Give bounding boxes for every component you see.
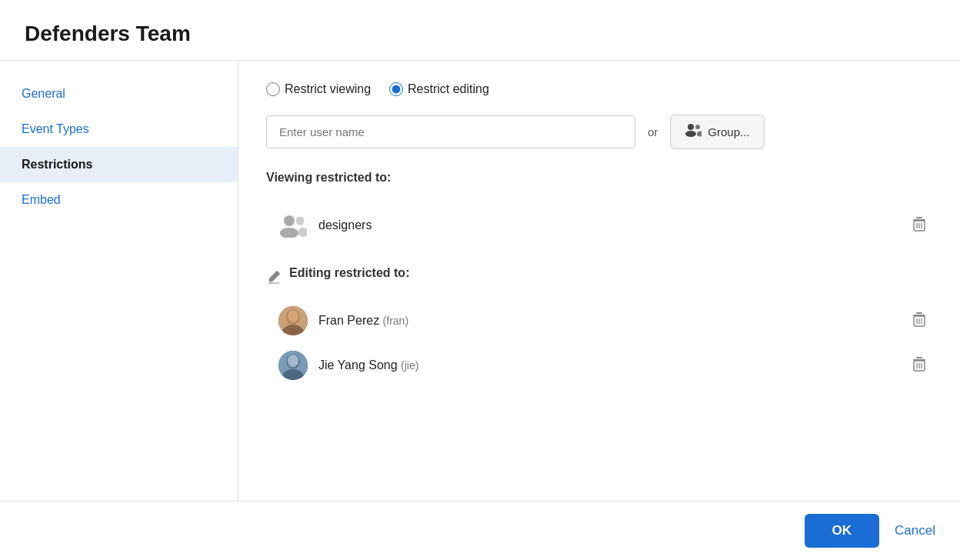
viewing-section-label: Viewing restricted to: — [266, 171, 391, 185]
cancel-button[interactable]: Cancel — [895, 523, 935, 538]
sidebar-item-embed[interactable]: Embed — [0, 182, 238, 218]
input-row: or Group... — [266, 115, 932, 149]
dialog-title: Defenders Team — [25, 22, 935, 46]
restrict-viewing-radio[interactable] — [266, 82, 280, 96]
svg-point-4 — [284, 215, 295, 226]
avatar-jie — [278, 351, 308, 380]
jie-username-tag: (jie) — [401, 359, 418, 372]
svg-point-6 — [296, 217, 305, 225]
delete-fran-button[interactable] — [906, 308, 932, 334]
group-button-label: Group... — [708, 125, 749, 138]
dialog-header: Defenders Team — [0, 0, 960, 61]
dialog-footer: OK Cancel — [0, 501, 960, 560]
svg-rect-20 — [916, 312, 922, 314]
restrict-editing-option[interactable]: Restrict editing — [389, 82, 489, 96]
editing-section-header: Editing restricted to: — [266, 266, 932, 291]
designer-group-name: designers — [318, 218, 895, 232]
sidebar-item-restrictions[interactable]: Restrictions — [0, 147, 238, 182]
group-avatar-icon — [278, 211, 308, 240]
viewing-section: Viewing restricted to: designers — [266, 171, 932, 248]
viewing-section-header: Viewing restricted to: — [266, 171, 932, 195]
restrict-editing-radio[interactable] — [389, 82, 403, 96]
svg-point-28 — [288, 355, 298, 367]
dialog: Defenders Team General Event Types Restr… — [0, 0, 960, 560]
list-item: Fran Perez (fran) — [266, 298, 932, 343]
ok-button[interactable]: OK — [805, 514, 880, 548]
dialog-body: General Event Types Restrictions Embed R… — [0, 61, 960, 501]
sidebar-item-event-types[interactable]: Event Types — [0, 112, 238, 147]
svg-point-1 — [685, 131, 696, 137]
delete-designers-button[interactable] — [906, 213, 932, 238]
restrict-viewing-label: Restrict viewing — [285, 82, 371, 96]
radio-row: Restrict viewing Restrict editing — [266, 82, 932, 96]
jie-yang-song-name: Jie Yang Song (jie) — [318, 358, 895, 372]
fran-username-tag: (fran) — [383, 315, 408, 327]
svg-point-0 — [688, 124, 694, 130]
delete-jie-button[interactable] — [906, 353, 932, 378]
editing-section-label: Editing restricted to: — [289, 266, 409, 280]
group-button[interactable]: Group... — [670, 115, 764, 149]
svg-point-7 — [298, 228, 308, 237]
list-item: designers — [266, 203, 932, 248]
editing-section: Editing restricted to: Fran — [266, 266, 932, 388]
sidebar-item-general[interactable]: General — [0, 76, 238, 112]
fran-perez-name: Fran Perez (fran) — [318, 314, 895, 328]
svg-point-18 — [288, 310, 298, 322]
sidebar: General Event Types Restrictions Embed — [0, 61, 238, 501]
or-label: or — [648, 125, 658, 138]
group-icon — [685, 123, 702, 141]
svg-point-5 — [280, 228, 298, 238]
restrict-editing-label: Restrict editing — [408, 82, 489, 96]
restrict-viewing-option[interactable]: Restrict viewing — [266, 82, 371, 96]
user-name-input[interactable] — [266, 115, 635, 148]
main-content: Restrict viewing Restrict editing or — [238, 61, 960, 501]
svg-rect-30 — [916, 357, 922, 358]
svg-point-2 — [695, 125, 700, 129]
svg-rect-9 — [916, 217, 922, 218]
pencil-icon — [266, 269, 282, 288]
svg-point-3 — [697, 132, 702, 137]
list-item: Jie Yang Song (jie) — [266, 343, 932, 388]
avatar-fran — [278, 306, 308, 335]
